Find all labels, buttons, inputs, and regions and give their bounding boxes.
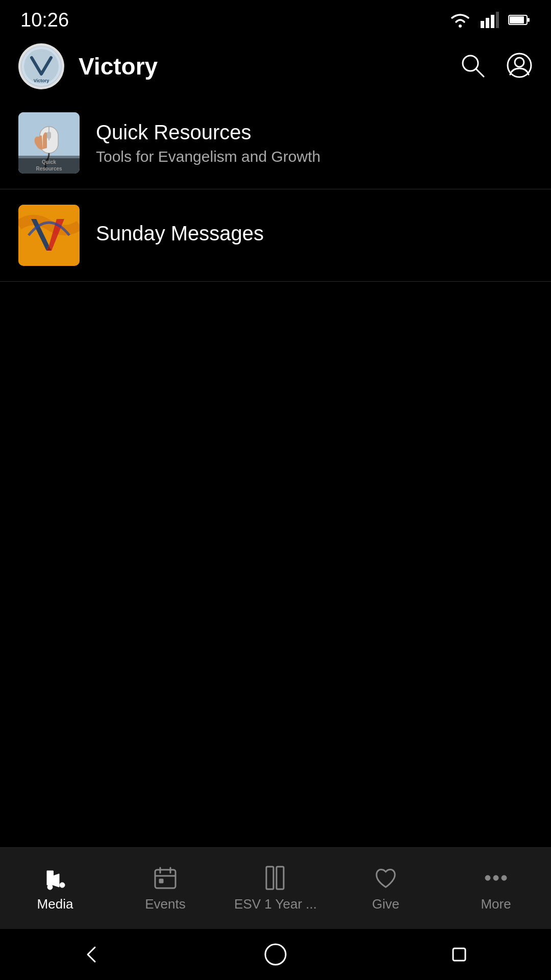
wifi-icon	[449, 12, 471, 28]
svg-rect-1	[481, 21, 484, 28]
sunday-messages-item[interactable]: Sunday Messages	[0, 189, 551, 282]
svg-line-12	[476, 69, 484, 77]
give-label: Give	[372, 896, 399, 912]
svg-text:Resources: Resources	[36, 166, 62, 172]
nav-item-give[interactable]: Give	[331, 860, 441, 917]
svg-rect-30	[266, 867, 273, 889]
app-title: Victory	[79, 53, 459, 80]
svg-rect-3	[491, 15, 494, 28]
svg-rect-22	[18, 205, 80, 266]
svg-rect-18	[47, 132, 51, 139]
profile-button[interactable]	[506, 52, 533, 81]
events-icon	[152, 865, 179, 891]
app-header: Victory Victory	[0, 36, 551, 97]
sunday-messages-title: Sunday Messages	[96, 222, 533, 245]
svg-rect-36	[453, 948, 465, 961]
battery-icon	[508, 14, 531, 26]
sunday-messages-thumbnail	[18, 205, 80, 266]
quick-resources-title: Quick Resources	[96, 121, 533, 144]
svg-rect-25	[155, 870, 176, 888]
status-icons	[449, 12, 531, 28]
quick-resources-subtitle: Tools for Evangelism and Growth	[96, 148, 533, 165]
sunday-messages-image	[18, 205, 80, 266]
quick-resources-thumbnail: Quick Resources	[18, 112, 80, 174]
more-icon	[483, 865, 509, 891]
recents-button[interactable]	[448, 943, 470, 966]
more-label: More	[481, 896, 511, 912]
svg-point-34	[502, 875, 507, 880]
svg-point-0	[459, 24, 462, 28]
quick-resources-image: Quick Resources	[18, 112, 80, 174]
events-label: Events	[145, 896, 186, 912]
svg-point-35	[265, 944, 286, 965]
nav-item-more[interactable]: More	[441, 860, 551, 917]
svg-text:Victory: Victory	[34, 78, 49, 83]
system-nav	[0, 929, 551, 980]
svg-point-33	[493, 875, 498, 880]
home-button[interactable]	[264, 943, 287, 966]
esv-label: ESV 1 Year ...	[234, 896, 317, 912]
signal-icon	[481, 12, 499, 28]
svg-rect-2	[486, 18, 489, 28]
media-icon	[42, 865, 68, 891]
nav-item-media[interactable]: Media	[0, 860, 110, 917]
esv-icon	[262, 865, 289, 891]
svg-rect-4	[496, 12, 499, 28]
bottom-nav: Media Events ESV 1 Year ...	[0, 847, 551, 929]
svg-point-14	[515, 58, 524, 67]
app-logo-inner: Victory	[21, 46, 62, 87]
svg-rect-31	[277, 867, 284, 889]
svg-rect-7	[528, 18, 530, 22]
give-icon	[372, 865, 399, 891]
svg-rect-6	[510, 16, 524, 23]
svg-rect-29	[159, 879, 163, 883]
back-button[interactable]	[81, 943, 103, 966]
nav-item-events[interactable]: Events	[110, 860, 220, 917]
status-time: 10:26	[20, 9, 69, 31]
nav-item-esv[interactable]: ESV 1 Year ...	[220, 860, 331, 917]
app-logo: Victory	[18, 43, 64, 89]
quick-resources-text: Quick Resources Tools for Evangelism and…	[96, 121, 533, 165]
svg-point-24	[60, 883, 65, 888]
sunday-messages-text: Sunday Messages	[96, 222, 533, 249]
svg-point-23	[47, 885, 53, 890]
status-bar: 10:26	[0, 0, 551, 36]
media-label: Media	[37, 896, 73, 912]
svg-text:Quick: Quick	[42, 159, 56, 165]
svg-point-32	[485, 875, 490, 880]
victory-logo-svg: Victory	[21, 46, 61, 86]
quick-resources-item[interactable]: Quick Resources Quick Resources Tools fo…	[0, 97, 551, 189]
svg-rect-19	[18, 158, 80, 174]
search-button[interactable]	[459, 52, 486, 81]
media-list: Quick Resources Quick Resources Tools fo…	[0, 97, 551, 282]
header-actions	[459, 52, 533, 81]
